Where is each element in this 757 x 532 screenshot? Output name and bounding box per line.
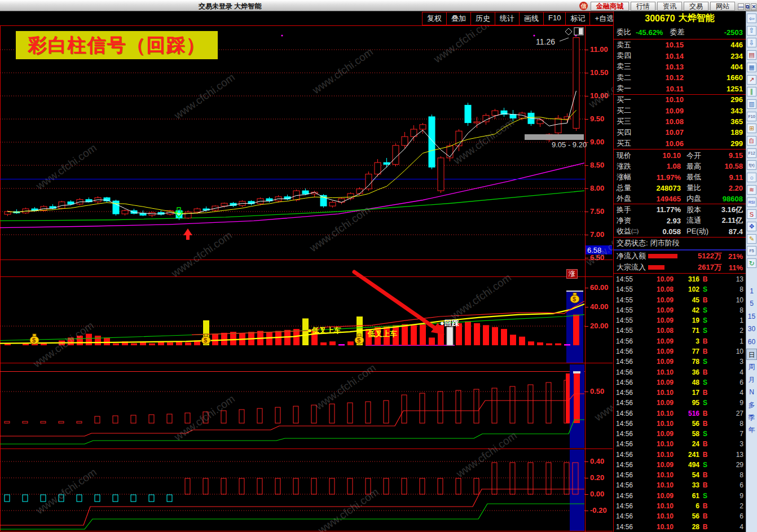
rsi-icon[interactable]: RSI — [747, 197, 756, 207]
tick-list[interactable]: 14:5510.09316B1314:5510.08102S814:5510.0… — [614, 274, 746, 532]
period-1[interactable]: 1 — [746, 285, 757, 297]
candle — [447, 146, 453, 158]
tick-count: 2 — [711, 502, 743, 510]
pan-move-icon[interactable]: ✥ — [747, 222, 756, 231]
stat-value: 11.97% — [646, 173, 681, 182]
tick-volume: 61 — [674, 492, 699, 500]
pencil-icon[interactable]: ✎ — [747, 234, 756, 244]
tick-volume: 316 — [674, 275, 699, 283]
period-日[interactable]: 日 — [746, 349, 757, 360]
f12-icon[interactable]: F12 — [747, 148, 756, 158]
tick-wave-icon[interactable]: ≋ — [747, 185, 756, 195]
tick-price: 10.09 — [639, 461, 674, 469]
report-grid-icon[interactable]: ▦ — [747, 63, 756, 72]
panel3-bar — [347, 403, 353, 423]
period-15[interactable]: 15 — [746, 311, 757, 322]
tick-side: S — [699, 358, 711, 366]
kline-chart-icon[interactable]: ∥ — [747, 87, 756, 96]
trend-chart-icon[interactable]: ↗ — [747, 75, 756, 85]
stat-row: 涨跌1.08最高10.58 — [614, 161, 746, 172]
signal-bar — [185, 342, 191, 345]
period-60[interactable]: 60 — [746, 336, 757, 348]
level-price: 10.10 — [641, 95, 684, 104]
period-30[interactable]: 30 — [746, 323, 757, 335]
toolbar-button-7[interactable]: 标记 — [565, 12, 589, 25]
titlebar-button-4[interactable]: 交易 — [684, 2, 708, 11]
level-price: 10.15 — [641, 41, 684, 49]
panel4-bar — [113, 495, 118, 502]
tick-row: 14:5610.093B1 — [614, 336, 746, 346]
period-多[interactable]: 多 — [746, 399, 757, 411]
indicator-line — [0, 191, 584, 221]
toolbar-button-1[interactable]: 复权 — [422, 12, 446, 25]
page-down-icon[interactable]: ⇩ — [747, 38, 756, 47]
restore-button[interactable]: ⧉ — [745, 3, 750, 10]
tick-time: 14:56 — [616, 337, 639, 345]
titlebar-button-1[interactable]: 金融商城 — [591, 2, 629, 11]
f5-icon[interactable]: F5 — [747, 246, 756, 256]
titlebar-button-2[interactable]: 行情 — [631, 2, 655, 11]
period-季[interactable]: 季 — [746, 412, 757, 423]
level-price: 10.14 — [641, 52, 684, 60]
titlebar-button-3[interactable]: 资讯 — [657, 2, 682, 11]
refresh-icon[interactable]: ↻ — [747, 258, 756, 268]
pip-window-icon-fill — [579, 28, 583, 34]
level-label: 卖三 — [617, 61, 641, 72]
f10-icon[interactable]: F10 — [747, 112, 756, 121]
moneybag-icon-neck — [33, 334, 36, 336]
signal-bar — [519, 337, 525, 345]
formula-icon[interactable]: f(x) — [747, 160, 756, 170]
flow-bar — [648, 265, 664, 270]
quote-list-icon[interactable]: ▤ — [747, 50, 756, 60]
tick-volume: 78 — [674, 358, 699, 366]
minimize-button[interactable]: — — [738, 3, 744, 10]
period-月[interactable]: 月 — [746, 374, 757, 385]
close-button[interactable]: ✕ — [751, 3, 756, 10]
tick-time: 14:56 — [616, 502, 639, 510]
block-tree-icon[interactable]: ⊞ — [747, 124, 756, 133]
flow-label: 净流入额 — [617, 251, 646, 261]
period-年[interactable]: 年 — [746, 424, 757, 436]
tick-row: 14:5510.0919S1 — [614, 315, 746, 326]
news-panel-icon[interactable]: ▥ — [747, 99, 756, 109]
tick-count: 13 — [711, 275, 743, 283]
panel4-axis-label: 0.00 — [590, 490, 604, 498]
signal-bar — [492, 327, 498, 345]
gray-bar — [525, 134, 584, 140]
signal-bar — [86, 334, 92, 345]
level-label: 买四 — [617, 127, 641, 138]
tick-time: 14:56 — [616, 379, 639, 386]
strategy-icon[interactable]: S — [747, 209, 756, 219]
period-5[interactable]: 5 — [746, 298, 757, 309]
signal-axis-label: 20.00 — [590, 322, 609, 330]
main-chart[interactable]: 11.0010.5010.009.509.008.508.007.507.006… — [0, 0, 613, 532]
tick-price: 10.10 — [639, 523, 674, 531]
indicator-line — [0, 489, 584, 525]
stat-row: 收益㈡0.058PE(动)87.4 — [614, 226, 746, 237]
titlebar-button-5[interactable]: 网站 — [710, 2, 735, 11]
toolbar-button-5[interactable]: 画线 — [519, 12, 543, 25]
panel3-bar — [474, 389, 479, 423]
tick-count: 4 — [711, 368, 743, 376]
toolbar-button-3[interactable]: 历史 — [470, 12, 495, 25]
back-arrow-icon[interactable]: ⇦ — [747, 14, 756, 23]
period-周[interactable]: 周 — [746, 361, 757, 372]
toolbar-button-4[interactable]: 统计 — [495, 12, 519, 25]
circle-tool-icon[interactable]: ○ — [747, 173, 756, 182]
stat-label: 今开 — [681, 151, 716, 161]
candle — [122, 210, 128, 214]
page-up-icon[interactable]: ⇧ — [747, 26, 756, 36]
toolbar-button-6[interactable]: F10 — [543, 12, 565, 25]
stat-label: 现价 — [617, 151, 646, 161]
period-N[interactable]: N — [746, 386, 757, 398]
level-label: 卖一 — [617, 83, 641, 94]
tick-count: 7 — [711, 430, 743, 438]
stat-row: 总量248073量比2.20 — [614, 183, 746, 194]
stat-label: 最低 — [681, 172, 716, 182]
zixuan-icon[interactable]: 自 — [747, 136, 756, 146]
candle — [375, 162, 381, 174]
toolbar-button-2[interactable]: 叠加 — [446, 12, 470, 25]
stat-label: 最高 — [681, 161, 716, 172]
ask-row: 卖二10.121660 — [614, 72, 746, 83]
candle — [402, 137, 408, 146]
